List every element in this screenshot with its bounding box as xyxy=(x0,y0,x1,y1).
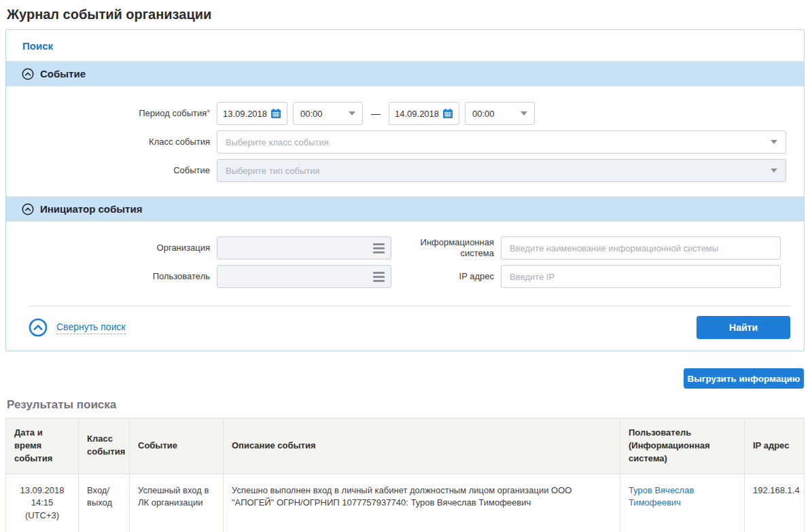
event-type-select[interactable]: Выберите тип события xyxy=(217,159,786,182)
chevron-down-icon xyxy=(771,140,777,144)
collapse-section-icon[interactable] xyxy=(22,68,34,80)
info-system-input[interactable] xyxy=(501,236,781,260)
collapse-section-icon[interactable] xyxy=(22,203,34,215)
organization-row: Организация xyxy=(6,236,391,260)
collapse-search-control[interactable]: Свернуть поиск xyxy=(29,318,126,337)
column-header-datetime: Дата и время события xyxy=(6,419,79,474)
menu-icon[interactable] xyxy=(373,243,385,253)
date-from-field[interactable] xyxy=(217,102,287,125)
event-class-row: Класс события Выберите класс события xyxy=(6,130,804,154)
info-system-row: Информационная система xyxy=(412,236,781,260)
search-panel: Поиск Событие Период события* xyxy=(5,29,805,351)
date-from-input[interactable] xyxy=(223,109,269,119)
user-picker[interactable] xyxy=(217,265,391,288)
organization-label: Организация xyxy=(6,243,217,253)
chevron-down-icon xyxy=(521,111,527,116)
event-class-select[interactable]: Выберите класс события xyxy=(217,130,786,154)
cell-description: Успешно выполнен вход в личный кабинет д… xyxy=(224,474,620,532)
user-row: Пользователь xyxy=(6,265,391,288)
event-section-header[interactable]: Событие xyxy=(6,61,804,86)
column-header-event: Событие xyxy=(130,419,224,474)
event-class-label: Класс события xyxy=(6,137,217,147)
export-button[interactable]: Выгрузить информацию xyxy=(684,368,804,389)
column-header-ip: IP адрес xyxy=(745,419,805,474)
table-row: 13.09.2018 14:15 (UTC+3) Вход/выход Успе… xyxy=(6,474,805,532)
find-button[interactable]: Найти xyxy=(697,316,790,339)
collapse-search-link[interactable]: Свернуть поиск xyxy=(56,321,126,334)
cell-user: Туров Вячеслав Тимофеевич xyxy=(620,474,745,532)
column-header-event-class: Класс события xyxy=(79,419,130,474)
export-row: Выгрузить информацию xyxy=(0,368,810,389)
results-title: Результаты поиска xyxy=(7,398,810,412)
cell-ip: 192.168.1.4 xyxy=(745,474,805,532)
results-table: Дата и время события Класс события Событ… xyxy=(5,418,805,532)
ip-address-label: IP адрес xyxy=(412,271,501,282)
event-section-title: Событие xyxy=(40,68,86,79)
period-label: Период события* xyxy=(6,108,217,119)
time-to-select[interactable]: 00:00 xyxy=(465,102,535,125)
period-dash: — xyxy=(371,108,381,119)
organization-picker[interactable] xyxy=(217,236,391,260)
user-label: Пользователь xyxy=(6,271,217,282)
cell-event-class: Вход/выход xyxy=(79,474,130,532)
event-type-row: Событие Выберите тип события xyxy=(6,159,804,182)
event-class-placeholder: Выберите класс события xyxy=(226,137,329,147)
initiator-left-column: Организация Пользователь xyxy=(6,236,391,288)
cell-datetime: 13.09.2018 14:15 (UTC+3) xyxy=(6,474,79,532)
required-mark: * xyxy=(207,108,210,118)
event-type-label: Событие xyxy=(6,165,217,176)
collapse-search-icon[interactable] xyxy=(29,318,48,337)
cell-event: Успешный вход в ЛК организации xyxy=(130,474,224,532)
search-panel-title: Поиск xyxy=(22,40,53,52)
calendar-icon[interactable] xyxy=(442,108,453,119)
column-header-user: Пользователь (Информационная система) xyxy=(620,419,745,474)
initiator-section-form: Организация Пользователь Информационная … xyxy=(6,221,804,306)
column-header-description: Описание события xyxy=(224,419,620,474)
date-to-input[interactable] xyxy=(395,109,441,119)
date-to-field[interactable] xyxy=(389,102,459,125)
event-log-page: Журнал событий организации Поиск Событие… xyxy=(0,7,810,532)
user-link[interactable]: Туров Вячеслав Тимофеевич xyxy=(629,485,694,508)
search-panel-footer: Свернуть поиск Найти xyxy=(6,306,804,351)
initiator-right-column: Информационная система IP адрес xyxy=(412,236,781,288)
event-type-placeholder: Выберите тип события xyxy=(226,166,319,176)
initiator-section-title: Инициатор события xyxy=(40,203,142,215)
event-section-form: Период события* 00:00 — xyxy=(6,86,804,196)
initiator-section-header[interactable]: Инициатор события xyxy=(6,196,804,221)
info-system-label: Информационная система xyxy=(412,237,501,260)
period-row: Период события* 00:00 — xyxy=(6,102,804,125)
chevron-down-icon xyxy=(771,169,777,173)
menu-icon[interactable] xyxy=(373,272,385,282)
ip-address-input[interactable] xyxy=(501,265,781,288)
results-table-header: Дата и время события Класс события Событ… xyxy=(6,419,805,474)
ip-address-row: IP адрес xyxy=(412,265,781,288)
search-panel-header: Поиск xyxy=(6,30,804,61)
page-title: Журнал событий организации xyxy=(7,7,810,22)
time-from-select[interactable]: 00:00 xyxy=(293,102,363,125)
chevron-down-icon xyxy=(349,111,355,116)
calendar-icon[interactable] xyxy=(270,108,281,119)
